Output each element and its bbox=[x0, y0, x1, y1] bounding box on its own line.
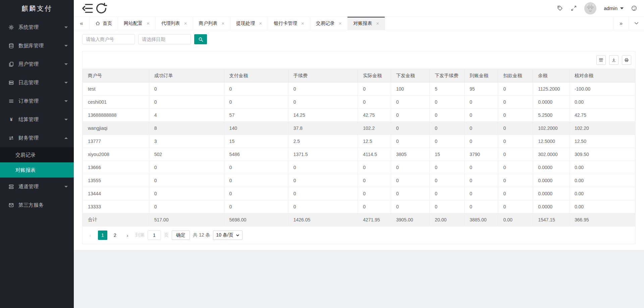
table-cell: 0 bbox=[358, 174, 391, 187]
table-cell: 0.0000 bbox=[533, 161, 570, 174]
table-cell: 0 bbox=[149, 83, 224, 96]
table-cell: 4 bbox=[149, 109, 224, 122]
sidebar-item-label: 用户管理 bbox=[18, 61, 64, 67]
print-button[interactable] bbox=[622, 55, 631, 65]
export-button[interactable] bbox=[609, 55, 619, 65]
table-cell: 0 bbox=[430, 96, 465, 109]
table-cell: 0 bbox=[224, 174, 288, 187]
sidebar-item[interactable]: 用户管理 bbox=[0, 55, 74, 73]
next-page-button[interactable]: › bbox=[123, 230, 132, 240]
collapse-menu-icon[interactable] bbox=[81, 0, 95, 17]
fullscreen-icon[interactable] bbox=[571, 5, 577, 11]
avatar[interactable]: 求真相 bbox=[584, 2, 596, 14]
tab-银行卡管理[interactable]: 银行卡管理× bbox=[268, 17, 310, 30]
tab-商户列表[interactable]: 商户列表× bbox=[193, 17, 230, 30]
sidebar-item[interactable]: ¥结算管理 bbox=[0, 110, 74, 129]
table-cell: 1371.5 bbox=[288, 148, 358, 161]
search-button[interactable] bbox=[194, 34, 207, 44]
table-cell: 0.00 bbox=[569, 96, 635, 109]
merchant-id-input[interactable] bbox=[82, 34, 135, 44]
table-cell: 37.8 bbox=[288, 122, 358, 135]
chevron-down-icon bbox=[64, 82, 68, 84]
columns-filter-button[interactable] bbox=[596, 55, 606, 65]
table-cell: test bbox=[83, 83, 149, 96]
sidebar: 麒麟支付 系统管理数据库管理用户管理日志管理订单管理¥结算管理财务管理交易记录对… bbox=[0, 0, 74, 308]
table-cell: 0 bbox=[498, 200, 533, 213]
export-icon bbox=[611, 58, 616, 62]
close-icon[interactable]: × bbox=[339, 21, 342, 26]
tabs-scroll-left-icon[interactable]: « bbox=[74, 17, 89, 30]
home-icon bbox=[95, 21, 100, 26]
table-cell: 0 bbox=[224, 187, 288, 200]
sidebar-item-label: 数据库管理 bbox=[18, 43, 64, 49]
table-cell: 0 bbox=[498, 161, 533, 174]
table-row: 13666000000000.00000.00 bbox=[83, 161, 635, 174]
table-total-cell: 4271.95 bbox=[358, 213, 391, 226]
page-button-1[interactable]: 1 bbox=[98, 230, 107, 240]
table-cell: 0 bbox=[430, 187, 465, 200]
close-icon[interactable]: × bbox=[376, 21, 379, 26]
goto-page-input[interactable] bbox=[148, 230, 161, 240]
table-cell: 15 bbox=[224, 135, 288, 148]
table-cell: 0 bbox=[391, 109, 429, 122]
table-header-row: 商户号成功订单支付金额手续费实际金额下发金额下发手续费到账金额扣款金额余额核对余… bbox=[83, 69, 635, 83]
table-cell: 13777 bbox=[83, 135, 149, 148]
close-icon[interactable]: × bbox=[222, 21, 225, 26]
tab-label: 对账报表 bbox=[354, 20, 372, 27]
sidebar-submenu: 交易记录对账报表 bbox=[0, 147, 74, 177]
table-total-cell: 517.00 bbox=[149, 213, 224, 226]
refresh-icon[interactable] bbox=[95, 0, 108, 17]
per-page-select[interactable]: 10 条/页 bbox=[213, 230, 242, 240]
date-picker-input[interactable] bbox=[138, 34, 191, 44]
user-menu[interactable]: admin bbox=[604, 5, 624, 11]
table-row: 1368888888845714.2542.7500005.250042.75 bbox=[83, 109, 635, 122]
sidebar-item-label: 财务管理 bbox=[18, 135, 64, 141]
sidebar-subitem[interactable]: 交易记录 bbox=[0, 147, 74, 162]
tab-代理列表[interactable]: 代理列表× bbox=[155, 17, 193, 30]
tab-label: 代理列表 bbox=[161, 20, 180, 27]
close-icon[interactable]: × bbox=[147, 21, 150, 26]
tab-对账报表[interactable]: 对账报表× bbox=[347, 17, 385, 30]
close-icon[interactable]: × bbox=[184, 21, 187, 26]
sidebar-item[interactable]: 订单管理 bbox=[0, 92, 74, 110]
sidebar-subitem[interactable]: 对账报表 bbox=[0, 162, 74, 177]
sidebar-item[interactable]: 日志管理 bbox=[0, 73, 74, 92]
tab-网站配置[interactable]: 网站配置× bbox=[118, 17, 155, 30]
table-cell: 0.00 bbox=[569, 187, 635, 200]
sidebar-item[interactable]: 财务管理 bbox=[0, 129, 74, 147]
sidebar-item[interactable]: 第三方服务 bbox=[0, 196, 74, 214]
chevron-down-icon bbox=[64, 63, 68, 65]
documents-icon bbox=[8, 61, 14, 67]
close-icon[interactable]: × bbox=[301, 21, 304, 26]
palette-icon[interactable] bbox=[631, 5, 637, 11]
tabs-scroll-right-icon[interactable]: » bbox=[613, 17, 629, 30]
transfer-icon bbox=[8, 135, 14, 141]
tag-icon[interactable] bbox=[557, 5, 563, 11]
sidebar-item[interactable]: 系统管理 bbox=[0, 18, 74, 37]
table-cell: 2.5 bbox=[288, 135, 358, 148]
tab-home[interactable]: 首页 bbox=[89, 17, 118, 30]
table-cell: 0 bbox=[465, 135, 498, 148]
table-cell: 0 bbox=[149, 174, 224, 187]
sidebar-item[interactable]: 数据库管理 bbox=[0, 37, 74, 55]
column-header: 实际金额 bbox=[358, 69, 391, 83]
sidebar-item[interactable]: 通道管理 bbox=[0, 177, 74, 196]
close-icon[interactable]: × bbox=[259, 21, 262, 26]
table-cell: 0 bbox=[498, 148, 533, 161]
table-cell: 0 bbox=[465, 161, 498, 174]
tab-提现处理[interactable]: 提现处理× bbox=[230, 17, 268, 30]
table-cell: 0.00 bbox=[569, 174, 635, 187]
prev-page-button[interactable]: ‹ bbox=[86, 230, 95, 240]
chevron-up-icon bbox=[64, 137, 68, 139]
tab-交易记录[interactable]: 交易记录× bbox=[310, 17, 347, 30]
column-header: 核对余额 bbox=[569, 69, 635, 83]
column-header: 成功订单 bbox=[149, 69, 224, 83]
confirm-button[interactable]: 确定 bbox=[172, 230, 190, 240]
page-unit-label: 页 bbox=[164, 232, 169, 238]
table-cell: 502 bbox=[149, 148, 224, 161]
log-icon bbox=[8, 80, 14, 86]
tab-label: 交易记录 bbox=[316, 20, 335, 27]
tabs-menu-chevron-icon[interactable] bbox=[629, 17, 644, 30]
page-button-2[interactable]: 2 bbox=[110, 230, 120, 240]
table-cell: 57 bbox=[224, 109, 288, 122]
